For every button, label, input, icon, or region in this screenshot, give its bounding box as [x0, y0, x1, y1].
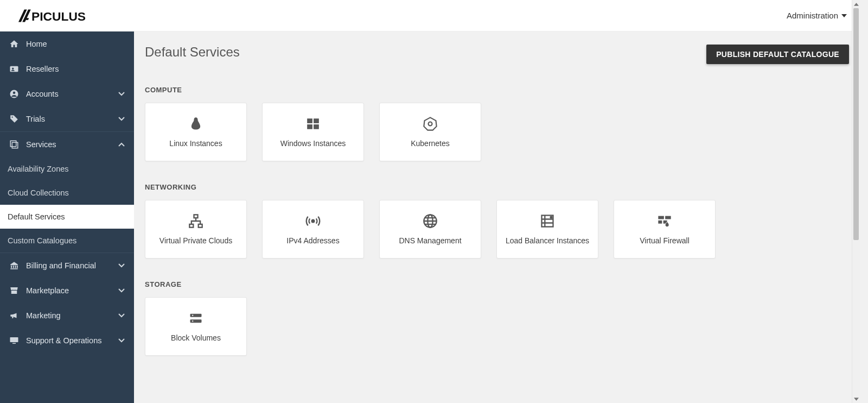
lb-icon — [540, 213, 555, 229]
linux-icon — [188, 116, 203, 131]
sidebar-item-home[interactable]: Home — [0, 32, 134, 56]
vertical-scrollbar[interactable] — [852, 0, 860, 403]
sidebar-item-marketing[interactable]: Marketing — [0, 303, 134, 328]
card-firewall[interactable]: Virtual Firewall — [614, 200, 716, 259]
svg-point-2 — [12, 68, 14, 70]
brand-logo: PICULUS — [18, 8, 103, 23]
svg-rect-17 — [314, 118, 319, 123]
scroll-down-arrow-icon[interactable] — [852, 395, 860, 403]
card-windows-instances[interactable]: Windows Instances — [262, 103, 364, 161]
networking-grid: Virtual Private Clouds IPv4 Addresses DN… — [145, 200, 849, 259]
main-content: Default Services PUBLISH DEFAULT CATALOG… — [134, 32, 860, 403]
card-linux-instances[interactable]: Linux Instances — [145, 103, 247, 161]
card-label: IPv4 Addresses — [286, 236, 339, 245]
administration-dropdown[interactable]: Administration — [787, 11, 847, 20]
sidebar-item-billing[interactable]: Billing and Financial — [0, 253, 134, 278]
firewall-icon — [657, 213, 672, 229]
page-title: Default Services — [145, 45, 240, 60]
chevron-down-icon — [118, 90, 125, 98]
id-card-icon — [9, 64, 20, 74]
svg-rect-16 — [307, 118, 312, 123]
card-block-volumes[interactable]: Block Volumes — [145, 297, 247, 356]
sidebar-item-label: Marketing — [26, 311, 61, 320]
monitor-icon — [9, 335, 20, 346]
header: PICULUS Administration — [0, 0, 860, 32]
svg-rect-22 — [194, 215, 198, 218]
card-label: Linux Instances — [169, 139, 222, 148]
card-ipv4[interactable]: IPv4 Addresses — [262, 200, 364, 259]
svg-rect-32 — [658, 221, 662, 224]
sidebar-item-label: Billing and Financial — [26, 261, 96, 270]
svg-point-29 — [551, 217, 552, 218]
sidebar: Home Resellers Accounts — [0, 32, 134, 403]
section-heading-storage: STORAGE — [145, 280, 849, 288]
sidebar-item-accounts[interactable]: Accounts — [0, 81, 134, 106]
svg-rect-15 — [12, 343, 16, 344]
store-icon — [9, 285, 20, 296]
svg-rect-35 — [190, 319, 202, 323]
svg-rect-30 — [658, 216, 664, 219]
user-circle-icon — [9, 89, 20, 99]
sidebar-sub-label: Default Services — [8, 212, 65, 221]
card-load-balancer[interactable]: Load Balancer Instances — [496, 200, 598, 259]
chevron-down-icon — [118, 287, 125, 294]
svg-rect-7 — [12, 142, 18, 148]
svg-point-21 — [429, 122, 432, 126]
sidebar-item-label: Trials — [26, 115, 45, 123]
chevron-down-icon — [118, 337, 125, 344]
sidebar-sub-cloud-collections[interactable]: Cloud Collections — [0, 181, 134, 205]
scroll-thumb[interactable] — [853, 8, 859, 240]
svg-rect-10 — [15, 266, 16, 268]
svg-rect-6 — [10, 141, 16, 147]
sidebar-item-marketplace[interactable]: Marketplace — [0, 278, 134, 303]
megaphone-icon — [9, 310, 20, 321]
chevron-down-icon — [118, 262, 125, 269]
card-dns[interactable]: DNS Management — [379, 200, 481, 259]
broadcast-icon — [305, 213, 321, 229]
compute-grid: Linux Instances Windows Instances Kubern… — [145, 103, 849, 161]
svg-rect-12 — [10, 268, 18, 269]
tag-icon — [9, 114, 20, 124]
storage-grid: Block Volumes — [145, 297, 849, 356]
svg-point-36 — [192, 315, 193, 316]
sidebar-sub-availability-zones[interactable]: Availability Zones — [0, 157, 134, 181]
svg-point-4 — [13, 92, 16, 95]
sidebar-item-label: Home — [26, 40, 47, 48]
sidebar-item-services[interactable]: Services — [0, 132, 134, 157]
sidebar-item-trials[interactable]: Trials — [0, 106, 134, 131]
svg-rect-8 — [11, 266, 12, 268]
sidebar-item-support[interactable]: Support & Operations — [0, 328, 134, 353]
sidebar-sub-default-services[interactable]: Default Services — [0, 205, 134, 229]
svg-marker-20 — [424, 117, 436, 130]
svg-rect-34 — [190, 314, 202, 317]
sidebar-item-resellers[interactable]: Resellers — [0, 56, 134, 81]
svg-point-37 — [192, 320, 193, 322]
section-heading-compute: COMPUTE — [145, 86, 849, 94]
card-label: DNS Management — [399, 236, 461, 245]
card-label: Windows Instances — [280, 139, 346, 148]
sidebar-item-label: Support & Operations — [26, 336, 101, 345]
chevron-down-icon — [118, 312, 125, 319]
svg-point-5 — [12, 117, 13, 118]
administration-label: Administration — [787, 11, 838, 20]
sidebar-sub-custom-catalogues[interactable]: Custom Catalogues — [0, 229, 134, 253]
svg-rect-24 — [199, 224, 202, 228]
sidebar-item-label: Services — [26, 140, 56, 149]
windows-icon — [305, 116, 321, 131]
publish-default-catalogue-button[interactable]: PUBLISH DEFAULT CATALOGUE — [706, 45, 849, 64]
network-icon — [188, 213, 203, 229]
sidebar-item-label: Accounts — [26, 90, 59, 98]
bank-icon — [9, 260, 20, 271]
home-icon — [9, 39, 20, 49]
caret-down-icon — [841, 14, 847, 17]
card-vpc[interactable]: Virtual Private Clouds — [145, 200, 247, 259]
svg-rect-19 — [314, 124, 319, 129]
chevron-up-icon — [118, 141, 125, 148]
card-kubernetes[interactable]: Kubernetes — [379, 103, 481, 161]
svg-rect-9 — [13, 266, 14, 268]
scroll-track[interactable] — [852, 8, 860, 395]
scroll-up-arrow-icon[interactable] — [852, 0, 860, 8]
section-heading-networking: NETWORKING — [145, 183, 849, 191]
svg-text:PICULUS: PICULUS — [31, 9, 86, 23]
card-label: Kubernetes — [411, 139, 450, 148]
